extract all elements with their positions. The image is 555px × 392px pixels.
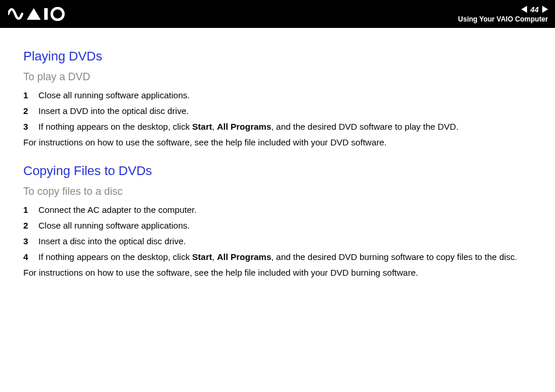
svg-rect-0 <box>44 8 48 20</box>
list-item: 4 If nothing appears on the desktop, cli… <box>23 251 532 263</box>
heading-copying-dvds: Copying Files to DVDs <box>23 163 532 179</box>
text-part: , <box>212 252 217 262</box>
page-nav: 44 <box>521 5 548 14</box>
text-part: If nothing appears on the desktop, click <box>38 122 192 131</box>
text-part: , and the desired DVD software to play t… <box>271 122 458 131</box>
list-item: 3 Insert a disc into the optical disc dr… <box>23 235 532 247</box>
list-item: 1 Close all running software application… <box>23 89 532 101</box>
header-bar: 44 Using Your VAIO Computer <box>0 0 555 28</box>
list-item: 1 Connect the AC adapter to the computer… <box>23 204 532 216</box>
bold-all-programs: All Programs <box>217 122 271 131</box>
text-part: , and the desired DVD burning software t… <box>271 252 517 262</box>
subheading-to-play: To play a DVD <box>23 71 532 83</box>
heading-playing-dvds: Playing DVDs <box>23 49 532 64</box>
list-item: 2 Insert a DVD into the optical disc dri… <box>23 105 532 117</box>
svg-point-1 <box>52 8 63 20</box>
step-text: Insert a disc into the optical disc driv… <box>38 235 532 247</box>
step-number: 4 <box>23 251 38 263</box>
step-number: 3 <box>23 235 38 247</box>
step-text: Close all running software applications. <box>38 89 532 101</box>
footer-text: For instructions on how to use the softw… <box>23 266 532 279</box>
subheading-to-copy: To copy files to a disc <box>23 186 532 198</box>
step-number: 3 <box>23 120 38 133</box>
step-number: 1 <box>23 89 38 101</box>
step-text: If nothing appears on the desktop, click… <box>38 251 532 263</box>
prev-page-arrow-icon[interactable] <box>521 6 527 13</box>
list-item: 3 If nothing appears on the desktop, cli… <box>23 120 532 133</box>
bold-start: Start <box>192 252 212 262</box>
page-content: Playing DVDs To play a DVD 1 Close all r… <box>0 28 555 290</box>
step-text: Insert a DVD into the optical disc drive… <box>38 105 532 117</box>
step-text: Connect the AC adapter to the computer. <box>38 204 532 216</box>
step-number: 2 <box>23 105 38 117</box>
section-label: Using Your VAIO Computer <box>458 15 548 23</box>
list-item: 2 Close all running software application… <box>23 219 532 231</box>
header-right: 44 Using Your VAIO Computer <box>458 5 548 23</box>
text-part: , <box>212 122 217 131</box>
text-part: If nothing appears on the desktop, click <box>38 252 192 262</box>
next-page-arrow-icon[interactable] <box>542 6 548 13</box>
step-text: Close all running software applications. <box>38 219 532 231</box>
bold-all-programs: All Programs <box>217 252 271 262</box>
step-number: 1 <box>23 204 38 216</box>
vaio-logo-svg <box>8 7 72 21</box>
footer-text: For instructions on how to use the softw… <box>23 136 532 148</box>
step-number: 2 <box>23 219 38 231</box>
page-number: 44 <box>531 5 539 14</box>
vaio-logo <box>8 7 72 21</box>
step-text: If nothing appears on the desktop, click… <box>38 120 532 133</box>
bold-start: Start <box>192 122 212 131</box>
